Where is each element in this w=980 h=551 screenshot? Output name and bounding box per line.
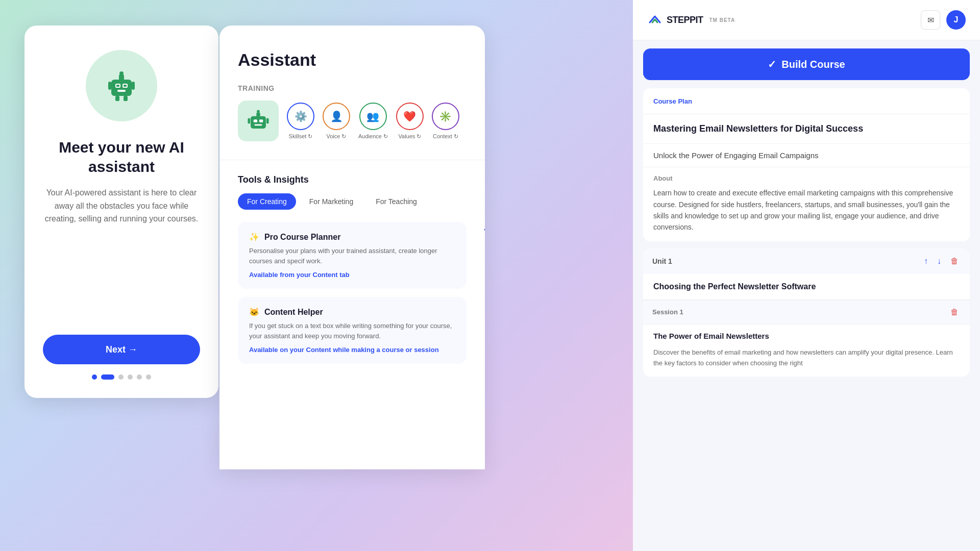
steppit-logo-icon [647, 12, 663, 28]
svg-rect-15 [259, 119, 263, 122]
training-voice[interactable]: 👤 Voice ↻ [323, 103, 350, 140]
svg-rect-16 [255, 124, 262, 126]
right-panel: STEPPIT TM BETA ✉ J ✓ Build Course Cours… [633, 0, 980, 551]
unit-delete-button[interactable]: 🗑 [948, 256, 961, 267]
content-helper-desc: If you get stuck on a text box while wri… [249, 321, 455, 341]
unit-actions: ↑ ↓ 🗑 [922, 256, 961, 267]
pro-planner-link: Available from your Content tab [249, 271, 455, 279]
divider-1 [219, 160, 485, 160]
content-helper-card: 🐱 Content Helper If you get stuck on a t… [238, 297, 467, 364]
voice-label: Voice ↻ [327, 133, 347, 140]
svg-rect-10 [115, 96, 119, 101]
dot-3 [118, 374, 124, 380]
pro-planner-icon: ✨ [249, 232, 259, 242]
next-button[interactable]: Next → [43, 335, 200, 364]
dot-1 [92, 374, 97, 380]
about-section: About Learn how to create and execute ef… [643, 167, 970, 241]
svg-rect-4 [124, 85, 127, 87]
values-label: Values ↻ [399, 133, 422, 140]
skillset-icon: ⚙️ [287, 103, 314, 130]
course-plan-section: Course Plan Mastering Email Newsletters … [643, 88, 970, 241]
training-values[interactable]: ❤️ Values ↻ [396, 103, 424, 140]
training-label: Training [238, 84, 467, 92]
unit-1-section: Unit 1 ↑ ↓ 🗑 Choosing the Perfect Newsle… [643, 248, 970, 377]
next-label: Next → [106, 344, 137, 355]
content-helper-title: Content Helper [264, 308, 323, 317]
svg-rect-20 [266, 118, 269, 123]
training-audience[interactable]: 👥 Audience ↻ [358, 103, 388, 140]
session-delete-button[interactable]: 🗑 [948, 307, 961, 318]
robot-icon [101, 65, 142, 106]
course-title-field[interactable]: Mastering Email Newsletters for Digital … [643, 114, 970, 144]
intro-card: Meet your new AI assistant Your AI-power… [24, 26, 218, 398]
svg-rect-14 [254, 119, 257, 122]
steppit-name: STEPPIT [667, 15, 703, 26]
svg-rect-0 [111, 80, 132, 96]
unit-move-up-button[interactable]: ↑ [922, 256, 930, 267]
assistant-title: Assistant [238, 50, 467, 70]
robot-avatar [86, 50, 157, 121]
skillset-label: Skillset ↻ [289, 133, 313, 140]
card-description: Your AI-powered assistant is here to cle… [43, 186, 200, 226]
svg-rect-17 [256, 112, 260, 117]
course-title-text: Mastering Email Newsletters for Digital … [653, 122, 960, 135]
svg-rect-11 [124, 96, 128, 101]
tool-card-header-2: 🐱 Content Helper [249, 307, 455, 317]
mail-icon: ✉ [927, 15, 934, 25]
content-helper-link: Available on your Content while making a… [249, 346, 455, 354]
session-1-name-text: The Power of Email Newsletters [653, 332, 960, 340]
assistant-panel: Assistant Training ⚙️ Skillset ↻ [219, 26, 485, 469]
course-plan-header: Course Plan [643, 88, 970, 114]
tools-tabs: For Creating For Marketing For Teaching [238, 193, 467, 210]
session-1-name-field[interactable]: The Power of Email Newsletters [643, 324, 970, 347]
training-context[interactable]: ✳️ Context ↻ [432, 103, 459, 140]
content-helper-icon: 🐱 [249, 307, 259, 317]
values-icon: ❤️ [396, 103, 424, 130]
progress-dots [92, 374, 151, 380]
course-plan-label: Course Plan [653, 97, 692, 105]
svg-rect-3 [116, 85, 119, 87]
robot-training-icon [244, 107, 273, 135]
about-label: About [653, 167, 960, 187]
unit-1-label: Unit 1 [652, 257, 672, 265]
unit-1-name-text: Choosing the Perfect Newsletter Software [653, 282, 960, 291]
build-course-label: Build Course [781, 59, 845, 70]
tab-for-creating[interactable]: For Creating [238, 193, 296, 210]
tab-for-marketing[interactable]: For Marketing [300, 193, 362, 210]
build-course-button[interactable]: ✓ Build Course [643, 48, 970, 80]
pro-planner-desc: Personalise your plans with your trained… [249, 246, 455, 266]
session-1-header: Session 1 🗑 [643, 300, 970, 324]
pro-planner-title: Pro Course Planner [264, 233, 340, 242]
context-label: Context ↻ [433, 133, 458, 140]
training-row: ⚙️ Skillset ↻ 👤 Voice ↻ 👥 Audience ↻ ❤️ … [238, 101, 467, 141]
svg-point-18 [257, 110, 260, 113]
tool-card-header-1: ✨ Pro Course Planner [249, 232, 455, 242]
unit-move-down-button[interactable]: ↓ [935, 256, 943, 267]
unit-1-header: Unit 1 ↑ ↓ 🗑 [643, 248, 970, 274]
pro-course-planner-card: ✨ Pro Course Planner Personalise your pl… [238, 222, 467, 289]
build-course-check-icon: ✓ [768, 58, 776, 70]
context-icon: ✳️ [432, 103, 459, 130]
unit-1-name-field[interactable]: Choosing the Perfect Newsletter Software [643, 274, 970, 300]
right-header: STEPPIT TM BETA ✉ J [633, 0, 980, 40]
training-skillset[interactable]: ⚙️ Skillset ↻ [287, 103, 314, 140]
tools-label: Tools & Insights [238, 174, 467, 185]
tab-for-teaching[interactable]: For Teaching [366, 193, 426, 210]
voice-icon: 👤 [323, 103, 350, 130]
svg-point-7 [119, 71, 124, 76]
dot-4 [128, 374, 133, 380]
mail-button[interactable]: ✉ [921, 10, 940, 30]
session-1-desc-field[interactable]: Discover the benefits of email marketing… [643, 347, 970, 377]
robot-main-icon [238, 101, 279, 141]
audience-icon: 👥 [359, 103, 387, 130]
about-text: Learn how to create and execute effectiv… [653, 187, 960, 233]
svg-rect-8 [108, 82, 111, 90]
header-icons: ✉ J [921, 10, 966, 30]
svg-rect-13 [251, 116, 266, 129]
card-title: Meet your new AI assistant [43, 138, 200, 176]
user-avatar[interactable]: J [946, 10, 966, 30]
dot-2 [101, 374, 114, 380]
course-subtitle-field[interactable]: Unlock the Power of Engaging Email Campa… [643, 144, 970, 167]
session-1-desc-text: Discover the benefits of email marketing… [653, 347, 960, 369]
course-subtitle-text: Unlock the Power of Engaging Email Campa… [653, 151, 960, 160]
